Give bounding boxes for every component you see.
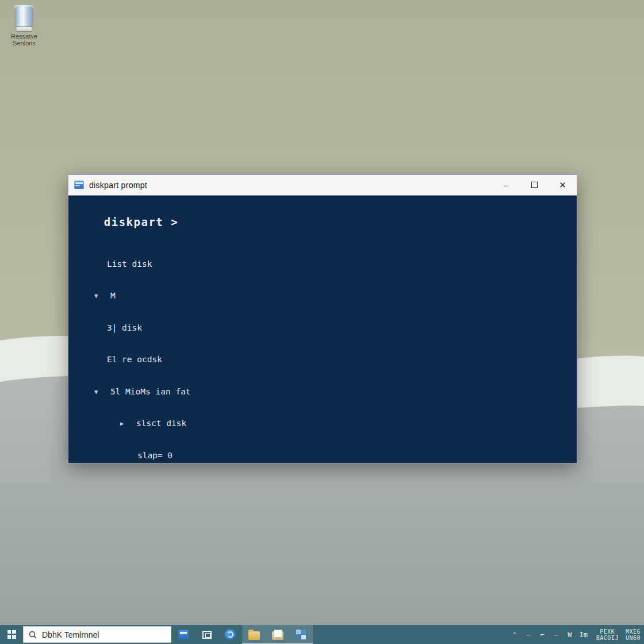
tray-chevron-up-icon[interactable]: ⌃ [508,631,522,638]
documents-folder-icon [272,631,283,640]
maximize-button[interactable] [520,175,549,195]
start-button[interactable] [0,625,23,644]
terminal-line: ▶slsct disk [68,408,577,440]
window-titlebar[interactable]: diskpart prompt – ✕ [68,175,577,195]
minimize-icon: – [504,180,508,190]
tree-arrow-icon: ▼ [94,290,110,301]
tray-icon-2[interactable]: ⌐ [535,631,549,639]
terminal-line: diskpart > [68,201,577,243]
tray-volume-icon[interactable]: Im [577,631,591,639]
taskbar-app-file-explorer[interactable] [242,625,266,644]
terminal-line: ▼5l MioMs ian fat [68,375,577,408]
tree-arrow-icon: ▼ [94,386,110,397]
tray-icon-3[interactable]: – [549,631,563,639]
taskbar-clock[interactable]: PEXK BACOIJ MXE6 UN60 [596,628,641,641]
taskbar-search[interactable]: DbhK Temlrnnel [23,626,171,643]
tray-language-icon[interactable]: W [563,631,577,639]
task-view-icon [202,631,212,639]
terminal-line-text: El re ocdsk [107,355,162,364]
tray-icon-1[interactable]: – [522,631,535,639]
mail-app-icon [178,630,189,639]
taskbar-task-view[interactable] [195,625,218,644]
terminal-line: 3| disk [68,312,577,344]
taskbar-app-documents[interactable] [266,625,289,644]
clock-date: MXE6 UN60 [626,628,641,641]
terminal-line: List disk [68,248,577,280]
taskbar: DbhK Temlrnnel ⌃ – ⌐ – W Im PEXK BACOIJ … [0,625,644,644]
terminal-line: ▼M [68,280,577,312]
terminal-line-text: List disk [107,259,152,269]
recycle-bin-icon [14,5,34,31]
minimize-button[interactable]: – [492,175,520,195]
tree-arrow-icon: ▶ [120,418,136,429]
terminal-line-text: M [110,291,116,300]
file-explorer-icon [248,631,260,640]
terminal-line-text: 5l MioMs ian fat [110,387,191,396]
taskbar-app-browser[interactable] [218,625,242,644]
terminal-line-text: slsct disk [136,419,186,428]
taskbar-app-mail[interactable] [171,625,195,644]
terminal-line-text: 3| disk [107,323,142,332]
diskpart-window: diskpart prompt – ✕ diskpart > List disk… [68,174,577,463]
window-title: diskpart prompt [89,181,147,190]
terminal-body[interactable]: diskpart > List disk ▼M 3| disk El re oc… [68,196,577,463]
system-tray: ⌃ – ⌐ – W Im PEXK BACOIJ MXE6 UN60 [508,625,644,644]
windows-logo-icon [7,630,16,639]
search-input-text: DbhK Temlrnnel [42,630,99,639]
maximize-icon [531,182,538,188]
browser-app-icon [225,629,236,640]
command-prompt-icon [74,181,84,189]
search-icon [29,631,37,639]
desktop-icon-label: Ressatve Senlons [3,33,45,47]
terminal-line-text: diskpart > [104,216,178,228]
close-button[interactable]: ✕ [549,175,577,195]
terminal-line: slap= 0 [68,439,577,463]
close-icon: ✕ [559,180,566,190]
terminal-app-icon [296,630,306,640]
desktop-icon-recycle-bin[interactable]: Ressatve Senlons [3,5,45,47]
taskbar-app-terminal[interactable] [289,625,313,644]
clock-time: PEXK BACOIJ [596,628,619,641]
terminal-line-text: slap= 0 [137,451,172,460]
terminal-line: El re ocdsk [68,344,577,376]
